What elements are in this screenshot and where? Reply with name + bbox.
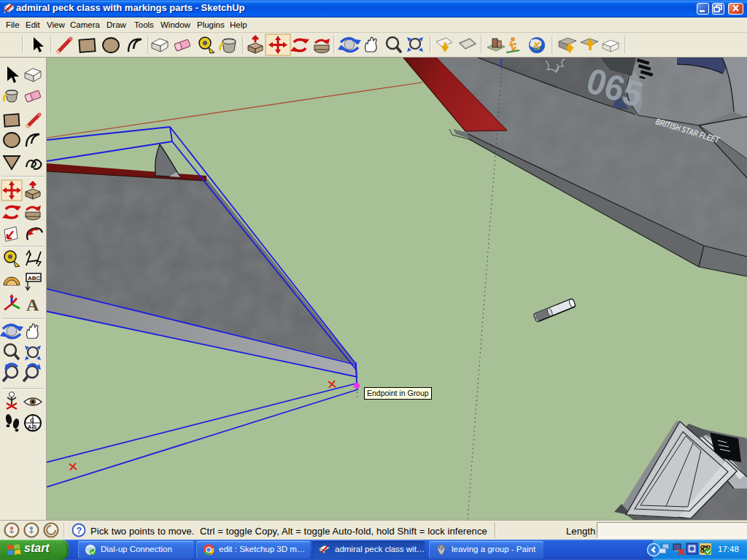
svg-text:A: A (26, 295, 39, 314)
svg-text:?: ? (77, 526, 82, 536)
svg-text:ABC: ABC (28, 275, 41, 281)
svg-text:A-S: A-S (28, 424, 36, 429)
svg-text:C: C (30, 417, 34, 424)
